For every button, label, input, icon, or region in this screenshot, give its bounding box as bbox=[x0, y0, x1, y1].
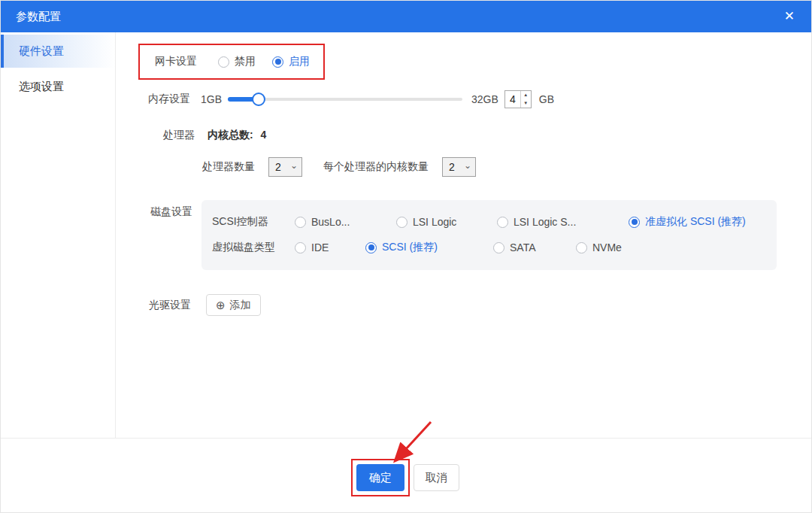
processor-row: 处理器 内核总数: 4 bbox=[117, 129, 266, 142]
parameter-config-dialog: 参数配置 ✕ 硬件设置 选项设置 网卡设置 禁用 启用 内存设置 1GB bbox=[0, 0, 812, 513]
radio-unselected-icon bbox=[493, 242, 504, 253]
dialog-titlebar: 参数配置 ✕ bbox=[1, 1, 811, 32]
add-button-label: 添加 bbox=[230, 299, 251, 312]
network-disable-radio[interactable]: 禁用 bbox=[218, 55, 256, 68]
annotation-box-ok: 确定 bbox=[351, 459, 410, 496]
controller-lsi-logic-radio[interactable]: LSI Logic bbox=[396, 216, 497, 228]
scsi-controller-label: SCSI控制器 bbox=[212, 215, 295, 229]
chevron-down-icon: ⌄ bbox=[290, 162, 298, 169]
memory-settings-row: 内存设置 1GB 32GB ▲ ▼ GB bbox=[117, 88, 811, 111]
radio-unselected-icon bbox=[576, 242, 587, 253]
chevron-down-icon: ⌄ bbox=[464, 162, 471, 169]
hardware-settings-panel: 网卡设置 禁用 启用 内存设置 1GB 32GB ▲ bbox=[117, 32, 811, 438]
spinner-up-icon[interactable]: ▲ bbox=[521, 91, 531, 99]
disk-type-scsi-radio[interactable]: SCSI (推荐) bbox=[365, 241, 493, 254]
memory-max-label: 32GB bbox=[471, 93, 498, 105]
radio-unselected-icon bbox=[396, 217, 408, 228]
cores-per-processor-label: 每个处理器的内核数量 bbox=[323, 160, 429, 174]
total-cores-label: 内核总数: bbox=[208, 129, 253, 141]
processor-count-value: 2 bbox=[275, 161, 281, 173]
total-cores-value: 4 bbox=[261, 129, 267, 141]
controller-paravirtual-scsi-radio[interactable]: 准虚拟化 SCSI (推荐) bbox=[629, 215, 746, 229]
memory-spinner-buttons: ▲ ▼ bbox=[520, 91, 531, 108]
radio-unselected-icon bbox=[497, 217, 508, 228]
radio-unselected-icon bbox=[295, 242, 306, 253]
virtual-disk-type-row: 虚拟磁盘类型 IDE SCSI (推荐) SATA NVMe bbox=[212, 235, 777, 260]
disk-type-ide-radio[interactable]: IDE bbox=[295, 241, 365, 253]
close-icon[interactable]: ✕ bbox=[780, 1, 799, 32]
memory-unit-label: GB bbox=[539, 93, 554, 105]
memory-value-input[interactable] bbox=[505, 91, 520, 108]
radio-selected-icon bbox=[629, 217, 640, 228]
processor-count-label: 处理器数量 bbox=[202, 160, 255, 174]
sidebar-item-label: 选项设置 bbox=[19, 80, 64, 93]
disk-settings-label: 磁盘设置 bbox=[150, 205, 192, 219]
processor-label: 处理器 bbox=[163, 129, 202, 142]
plus-circle-icon: ⊕ bbox=[216, 299, 226, 311]
memory-slider[interactable] bbox=[228, 88, 462, 111]
cores-per-processor-select[interactable]: 2 ⌄ bbox=[442, 157, 476, 177]
sidebar-item-hardware-settings[interactable]: 硬件设置 bbox=[1, 35, 115, 68]
optical-drive-row: 光驱设置 ⊕ 添加 bbox=[117, 294, 261, 316]
virtual-disk-type-label: 虚拟磁盘类型 bbox=[212, 241, 295, 254]
radio-unselected-icon bbox=[218, 56, 229, 68]
disk-type-sata-radio[interactable]: SATA bbox=[493, 241, 576, 253]
dialog-footer: 确定 取消 公众号 · 小谢取证 bbox=[1, 438, 811, 512]
ok-button[interactable]: 确定 bbox=[356, 464, 404, 491]
scsi-controller-row: SCSI控制器 BusLo... LSI Logic LSI Logic S..… bbox=[212, 210, 777, 234]
sidebar-item-label: 硬件设置 bbox=[19, 44, 64, 57]
cancel-button[interactable]: 取消 bbox=[414, 464, 459, 491]
processor-count-select[interactable]: 2 ⌄ bbox=[268, 157, 302, 177]
annotation-box-network: 网卡设置 禁用 启用 bbox=[138, 44, 325, 80]
network-enable-radio[interactable]: 启用 bbox=[272, 55, 310, 68]
optical-drive-label: 光驱设置 bbox=[149, 299, 191, 312]
sidebar: 硬件设置 选项设置 bbox=[1, 32, 116, 438]
radio-selected-icon bbox=[365, 242, 377, 253]
add-optical-drive-button[interactable]: ⊕ 添加 bbox=[206, 294, 261, 316]
sidebar-item-option-settings[interactable]: 选项设置 bbox=[1, 70, 115, 103]
total-cores: 内核总数: 4 bbox=[208, 129, 266, 142]
cores-per-processor-value: 2 bbox=[449, 161, 455, 173]
controller-buslogic-radio[interactable]: BusLo... bbox=[295, 216, 396, 228]
memory-settings-label: 内存设置 bbox=[148, 93, 190, 106]
radio-unselected-icon bbox=[295, 217, 306, 228]
memory-slider-handle[interactable] bbox=[252, 93, 265, 106]
disk-settings-panel: SCSI控制器 BusLo... LSI Logic LSI Logic S..… bbox=[201, 200, 777, 270]
dialog-title: 参数配置 bbox=[16, 10, 61, 24]
memory-spinner: ▲ ▼ bbox=[504, 90, 532, 108]
radio-selected-icon bbox=[272, 56, 283, 68]
disk-type-nvme-radio[interactable]: NVMe bbox=[576, 241, 622, 253]
processor-detail-row: 处理器数量 2 ⌄ 每个处理器的内核数量 2 ⌄ bbox=[117, 157, 476, 177]
memory-min-label: 1GB bbox=[201, 93, 222, 105]
network-settings-label: 网卡设置 bbox=[155, 55, 197, 68]
spinner-down-icon[interactable]: ▼ bbox=[521, 99, 531, 108]
controller-lsi-logic-sas-radio[interactable]: LSI Logic S... bbox=[497, 216, 629, 228]
